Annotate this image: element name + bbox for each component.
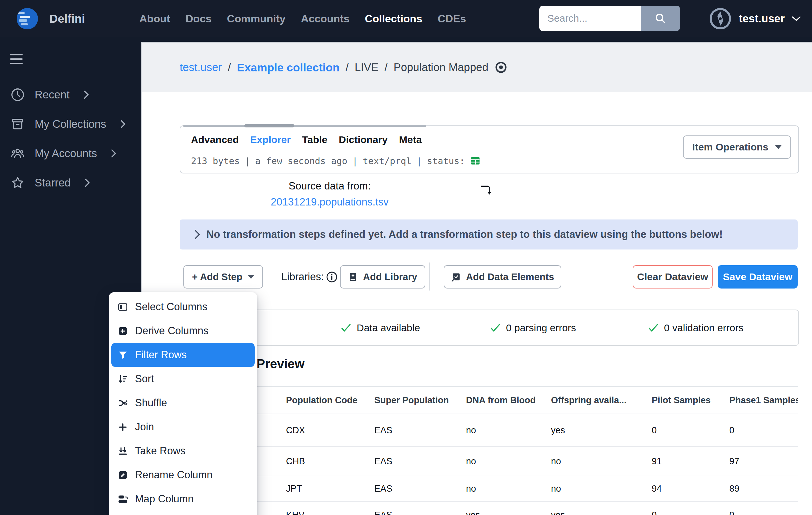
add-step-dropdown-menu: Select Columns Derive Columns Filter Row…	[109, 292, 257, 515]
add-library-button[interactable]: Add Library	[340, 265, 425, 289]
search-input[interactable]	[539, 6, 641, 31]
menu-item-take-rows[interactable]: Take Rows	[109, 439, 257, 463]
tabs-scrollbar-thumb[interactable]	[244, 124, 294, 128]
menu-item-derive-columns[interactable]: Derive Columns	[109, 319, 257, 343]
nav-item-docs[interactable]: Docs	[185, 13, 211, 25]
tab-dictionary[interactable]: Dictionary	[338, 133, 388, 147]
source-data-label: Source data from:	[180, 180, 480, 192]
add-step-label: + Add Step	[192, 272, 242, 282]
menu-item-sort[interactable]: Sort	[109, 367, 257, 391]
breadcrumb-user-link[interactable]: test.user	[180, 61, 222, 74]
save-dataview-button[interactable]: Save Dataview	[718, 265, 798, 289]
nav-item-accounts[interactable]: Accounts	[301, 13, 350, 25]
column-header: Phase1 Samples	[729, 395, 798, 406]
no-steps-alert: No transformation steps defined yet. Add…	[180, 219, 798, 249]
table-cell: 91	[652, 456, 729, 467]
take-rows-icon	[117, 445, 128, 457]
table-cell: yes	[551, 510, 652, 515]
table-cell: CDX	[286, 425, 374, 436]
book-plus-icon	[348, 272, 358, 282]
menu-item-map-column[interactable]: Map Column	[109, 487, 257, 511]
source-file-link[interactable]: 20131219.populations.tsv	[180, 196, 480, 208]
chevron-down-icon	[791, 15, 801, 22]
clear-dataview-label: Clear Dataview	[637, 271, 708, 282]
user-menu[interactable]: test.user	[709, 0, 801, 37]
sidebar-item-label: Recent	[35, 88, 70, 101]
breadcrumb-collection-link[interactable]: Example collection	[237, 61, 340, 74]
add-library-label: Add Library	[363, 272, 417, 282]
tab-meta[interactable]: Meta	[398, 133, 422, 147]
sidebar-item-starred[interactable]: Starred	[0, 173, 141, 193]
tabs-scrollbar-track	[183, 125, 426, 127]
menu-item-label: Shuffle	[135, 397, 167, 409]
column-header: Super Population	[374, 395, 466, 406]
add-data-elements-button[interactable]: Add Data Elements	[444, 265, 561, 289]
add-step-button[interactable]: + Add Step	[183, 265, 263, 289]
source-data-block: Source data from: 20131219.populations.t…	[180, 180, 480, 208]
user-name: test.user	[739, 12, 785, 25]
nav-item-community[interactable]: Community	[227, 13, 286, 25]
check-icon	[340, 322, 352, 333]
menu-item-filter-rows[interactable]: Filter Rows	[111, 343, 255, 367]
chevron-right-icon	[111, 149, 116, 158]
breadcrumb-environment: LIVE	[355, 61, 379, 74]
column-header: Population Code	[286, 395, 374, 406]
check-icon	[490, 322, 501, 333]
sidebar-item-my-accounts[interactable]: My Accounts	[0, 143, 141, 163]
chevron-right-icon	[194, 229, 200, 240]
item-operations-button[interactable]: Item Operations	[683, 135, 791, 159]
flow-arrow-down-icon	[479, 183, 494, 197]
item-operations-label: Item Operations	[692, 141, 768, 153]
sidebar-item-recent[interactable]: Recent	[0, 85, 141, 105]
menu-item-select-columns[interactable]: Select Columns	[109, 295, 257, 319]
info-icon[interactable]	[326, 271, 338, 283]
brand-name: Delfini	[49, 12, 85, 25]
menu-item-shuffle[interactable]: Shuffle	[109, 391, 257, 415]
delfini-logo-icon	[17, 8, 38, 29]
eye-icon[interactable]	[494, 61, 508, 74]
chevron-right-icon	[85, 179, 90, 187]
nav-item-collections[interactable]: Collections	[365, 13, 422, 25]
collections-box-icon	[10, 116, 27, 132]
check-icon	[648, 322, 659, 333]
tab-advanced[interactable]: Advanced	[190, 133, 239, 147]
search-icon	[654, 12, 667, 25]
clear-dataview-button[interactable]: Clear Dataview	[633, 265, 713, 289]
search-button[interactable]	[641, 6, 680, 31]
filter-icon	[117, 350, 128, 360]
menu-item-label: Map Column	[135, 493, 194, 505]
nav-item-cdes[interactable]: CDEs	[438, 13, 466, 25]
tab-table[interactable]: Table	[301, 133, 328, 147]
tab-explorer[interactable]: Explorer	[249, 133, 291, 147]
table-cell: no	[551, 456, 652, 467]
nav-item-about[interactable]: About	[139, 13, 170, 25]
column-header: Offspring availa...	[551, 395, 652, 406]
menu-item-label: Derive Columns	[135, 325, 209, 337]
status-parsing-errors: 0 parsing errors	[490, 310, 576, 345]
table-cell: 0	[652, 425, 729, 436]
dataview-header-card: Advanced Explorer Table Dictionary Meta …	[180, 126, 799, 173]
file-mime: text/prql	[362, 156, 411, 166]
brand[interactable]: Delfini	[17, 8, 85, 29]
table-cell: yes	[551, 425, 652, 436]
breadcrumb-item: Population Mapped	[394, 61, 488, 74]
breadcrumb-separator: /	[228, 61, 231, 74]
select-columns-icon	[117, 301, 128, 313]
validation-status-card: Data available 0 parsing errors 0 valida…	[180, 309, 799, 346]
sidebar-item-label: My Collections	[35, 118, 106, 130]
add-data-elements-label: Add Data Elements	[466, 272, 554, 282]
breadcrumb-separator: /	[384, 61, 387, 74]
breadcrumb: test.user / Example collection / LIVE / …	[180, 43, 508, 92]
file-age: a few seconds ago	[255, 156, 347, 166]
star-icon	[10, 175, 27, 190]
users-icon	[10, 146, 27, 161]
sort-icon	[117, 374, 128, 385]
search-bar	[539, 6, 680, 31]
hamburger-menu-icon[interactable]	[10, 54, 23, 67]
sidebar-item-my-collections[interactable]: My Collections	[0, 114, 141, 134]
menu-item-label: Sort	[135, 373, 154, 385]
menu-item-rename-column[interactable]: Rename Column	[109, 463, 257, 487]
menu-item-join[interactable]: Join	[109, 415, 257, 439]
table-cell: 94	[652, 484, 729, 494]
map-column-icon	[117, 494, 128, 505]
